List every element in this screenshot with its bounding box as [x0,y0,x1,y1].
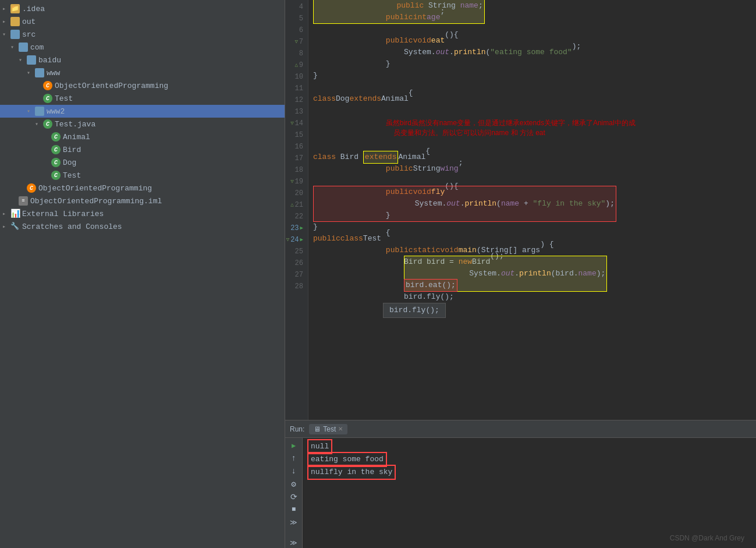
sidebar-item-test2[interactable]: C Test [0,169,285,182]
code-line-13 [313,105,756,116]
line-num-8: 8 [285,48,303,59]
line-num-23: 23▶ [285,222,303,234]
line-num-4: 4 [285,1,303,13]
line-num-7: ▽7 [285,36,303,48]
sidebar-item-dog[interactable]: C Dog [0,156,285,169]
run-up-button[interactable]: ↑ [289,453,299,464]
sidebar-item-label: www [47,69,60,77]
sidebar-item-www[interactable]: www [0,66,285,79]
code-editor: 4 5 6 ▽7 8 △9 10 11 12 13 ▽14 [285,0,756,420]
code-line-5: public int age; [313,12,756,23]
folder-icon [35,68,44,77]
line-num-9: △9 [285,59,303,71]
run-gutter: ▶ ↑ ↓ ⚙ ⟳ ■ ≫ ≫ [285,438,303,548]
line-num-10: 10 [285,71,303,83]
run-tab-label: Test [323,425,336,433]
line-num-17: 17 [285,153,303,164]
sidebar-item-src[interactable]: src [0,28,285,41]
run-label: Run: [290,425,304,433]
tab-icon: 🖥 [314,425,321,433]
java-icon: C [43,81,52,90]
iml-icon: ≡ [19,196,28,206]
folder-icon [10,17,20,26]
scratch-icon: 🔧 [10,222,20,231]
line-num-20: 20 [285,188,303,199]
line-num-22: 22 [285,211,303,222]
sidebar-item-label: Dog [63,158,76,167]
line-num-25: 25 [285,246,303,257]
code-line-14: 虽然bird虽然没有name变量，但是通过继承extends关键字，继承了Ani… [313,116,756,140]
sidebar-item-ext-lib[interactable]: 📊 External Libraries [0,207,285,220]
run-more-button[interactable]: ≫ [289,517,299,528]
arrow-icon [35,121,43,128]
sidebar-item-scratches[interactable]: 🔧 Scratches and Consoles [0,220,285,233]
arrow-icon [10,44,19,51]
sidebar-item-oop2[interactable]: C ObjectOrientedProgramming [0,182,285,195]
sidebar-item-label: com [30,43,44,52]
sidebar-item-testjava[interactable]: C Test.java [0,118,285,130]
sidebar-item-www2[interactable]: www2 [0,105,285,118]
java-icon: C [43,94,52,103]
line-num-26: 26 [285,257,303,269]
folder-icon: 📁 [10,4,20,13]
arrow-icon [2,223,10,230]
code-line-28: bird.fly(); bird.fly(); [313,291,756,303]
sidebar-item-label: Bird [63,146,81,154]
code-content: public String name; public int age; publ… [308,0,756,420]
code-line-10: } [313,70,756,82]
java-icon: C [43,119,52,129]
java-icon: C [51,171,61,180]
sidebar-item-idea[interactable]: 📁 .idea [0,2,285,15]
code-line-11 [313,82,756,93]
code-line-12: class Dog extends Animal{ [313,93,756,105]
arrow-icon [19,56,27,63]
code-line-17: public String wing; [313,163,756,175]
sidebar-item-bird[interactable]: C Bird [0,143,285,156]
sidebar-item-label: src [22,30,36,39]
sidebar-item-baidu[interactable]: baidu [0,54,285,66]
sidebar-item-test1[interactable]: C Test [0,92,285,105]
run-settings-button[interactable]: ⚙ [289,479,299,489]
sidebar-item-iml[interactable]: ≡ ObjectOrientedProgramming.iml [0,195,285,207]
sidebar-item-label: Test [63,171,81,180]
sidebar-item-out[interactable]: out [0,15,285,28]
line-num-13: 13 [285,106,303,118]
line-num-15: 15 [285,129,303,141]
run-stop-button[interactable]: ■ [289,504,299,515]
sidebar-item-label: Test.java [55,120,95,129]
run-rerun-button[interactable]: ⟳ [289,492,299,502]
line-num-28: 28 [285,281,303,292]
sidebar-item-label: External Libraries [22,210,104,218]
code-line-22: } [313,221,756,233]
arrow-icon [2,210,10,217]
output-fly: nullfly in the sky [307,465,396,480]
watermark: CSDN @Dark And Grey [670,534,744,542]
folder-icon [27,55,36,65]
folder-icon [10,30,20,39]
sidebar-item-com[interactable]: com [0,41,285,54]
code-line-9: } [313,58,756,70]
run-expand-button[interactable]: ≫ [289,538,299,548]
arrow-icon [2,18,10,25]
sidebar-item-label: .idea [22,5,45,13]
tab-close-icon: ✕ [338,426,343,432]
sidebar-item-label: ObjectOrientedProgramming [38,184,152,193]
code-area: 4 5 6 ▽7 8 △9 10 11 12 13 ▽14 [285,0,756,420]
sidebar-item-oop1[interactable]: C ObjectOrientedProgramming [0,79,285,92]
sidebar-item-label: out [22,17,36,26]
sidebar-item-label: www2 [47,107,65,116]
tooltip: bird.fly(); [383,303,446,318]
code-line-15 [313,140,756,151]
sidebar-item-animal[interactable]: C Animal [0,130,285,143]
line-num-5: 5 [285,13,303,24]
run-tab[interactable]: 🖥 Test ✕ [309,424,347,434]
line-num-11: 11 [285,83,303,94]
run-panel: Run: 🖥 Test ✕ ▶ ↑ ↓ ⚙ ⟳ ■ ≫ ≫ [285,420,756,548]
line-num-16: 16 [285,141,303,153]
run-play-button[interactable]: ▶ [289,440,299,451]
run-down-button[interactable]: ↓ [289,466,299,476]
folder-icon [35,107,44,116]
java-icon: C [51,132,61,142]
folder-icon [19,43,28,52]
line-numbers: 4 5 6 ▽7 8 △9 10 11 12 13 ▽14 [285,0,308,420]
